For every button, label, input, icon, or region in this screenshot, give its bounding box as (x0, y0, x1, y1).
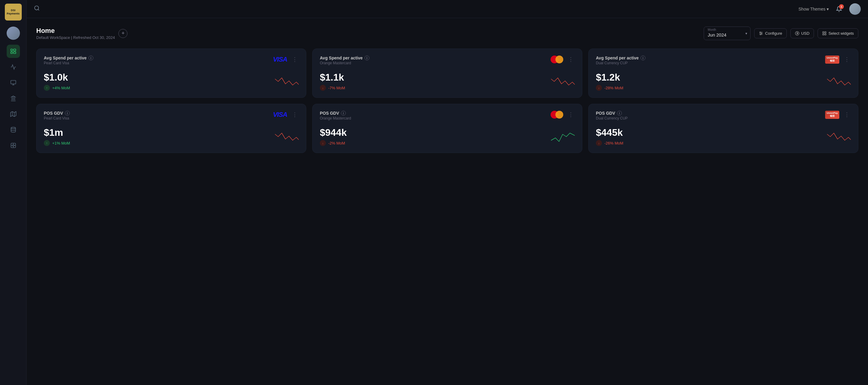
page-title: Home (36, 27, 115, 35)
svg-point-23 (35, 6, 39, 10)
sidebar-item-database[interactable] (7, 123, 20, 136)
svg-point-30 (760, 34, 761, 35)
card-menu-button[interactable]: ⋮ (291, 56, 299, 63)
card-value: $1.1k (320, 72, 345, 83)
mom-icon: ↓ (320, 140, 326, 146)
svg-point-29 (762, 33, 762, 34)
usd-button[interactable]: USD (790, 28, 814, 38)
card-body: $944k ↓ -2% MoM (320, 127, 575, 146)
sidebar-avatar[interactable] (7, 27, 20, 40)
svg-rect-4 (10, 80, 16, 84)
card-meta: ↓ -2% MoM (320, 140, 347, 146)
add-widget-button[interactable]: + (118, 29, 127, 38)
card-brand-logo (551, 56, 563, 63)
svg-marker-12 (11, 96, 15, 97)
card-title: Avg Spend per active i (596, 56, 822, 60)
mastercard-logo (551, 111, 563, 118)
card-subtitle: Pearl Card Visa (44, 61, 270, 65)
chevron-down-icon: ▾ (745, 31, 747, 36)
show-themes-button[interactable]: Show Themes ▾ (799, 7, 829, 11)
notification-count: 1 (839, 4, 844, 9)
unionpay-logo: UnionPay银联 (825, 56, 839, 64)
topbar: Show Themes ▾ 1 (27, 0, 868, 18)
configure-button[interactable]: Configure (754, 28, 786, 38)
card-header: POS GDV i Pearl Card Visa VISA ⋮ (44, 111, 299, 120)
mom-value: -7% MoM (328, 86, 345, 90)
mom-value: +1% MoM (52, 141, 70, 145)
info-icon[interactable]: i (617, 111, 622, 115)
month-selector[interactable]: Month Jun 2024 ▾ (704, 27, 750, 40)
card-title: POS GDV i (320, 111, 547, 115)
page-header: Home Default WorkSpace | Refreshed Oct 3… (36, 27, 858, 40)
card-menu-button[interactable]: ⋮ (567, 111, 575, 118)
mom-value: -28% MoM (604, 86, 623, 90)
svg-marker-13 (10, 112, 16, 117)
svg-rect-33 (823, 32, 824, 33)
info-icon[interactable]: i (341, 111, 346, 115)
card-meta: ↓ -26% MoM (596, 140, 623, 146)
topbar-right: Show Themes ▾ 1 (799, 3, 861, 15)
card-header: Avg Spend per active i Pearl Card Visa V… (44, 56, 299, 65)
svg-rect-3 (13, 52, 16, 54)
svg-point-18 (12, 145, 14, 146)
select-widgets-button[interactable]: Select widgets (817, 28, 858, 38)
card-value: $1.2k (596, 72, 623, 83)
mom-value: -2% MoM (328, 141, 345, 145)
info-icon[interactable]: i (641, 56, 645, 60)
svg-rect-36 (825, 34, 826, 35)
sidebar-item-ai[interactable] (7, 139, 20, 152)
svg-line-24 (38, 9, 39, 10)
card-menu-button[interactable]: ⋮ (567, 56, 575, 63)
sparkline (551, 131, 575, 143)
app-logo[interactable]: DSI Payments (5, 4, 22, 21)
sidebar-item-bank[interactable] (7, 92, 20, 105)
visa-logo: VISA (273, 111, 287, 118)
card-title: POS GDV i (596, 111, 822, 115)
card-title-group: POS GDV i Pearl Card Visa (44, 111, 270, 120)
svg-rect-35 (823, 34, 824, 35)
card-pos-visa: POS GDV i Pearl Card Visa VISA ⋮ $1m ↑ +… (36, 104, 306, 153)
content-area: Home Default WorkSpace | Refreshed Oct 3… (27, 18, 868, 385)
info-icon[interactable]: i (365, 56, 369, 60)
mom-icon: ↑ (44, 140, 50, 146)
notification-bell[interactable]: 1 (834, 4, 844, 14)
card-title-group: POS GDV i Orange Mastercard (320, 111, 547, 120)
card-title: POS GDV i (44, 111, 270, 115)
cards-grid: Avg Spend per active i Pearl Card Visa V… (36, 48, 858, 153)
sparkline (827, 131, 851, 143)
card-menu-button[interactable]: ⋮ (843, 56, 851, 63)
card-body: $1.2k ↓ -28% MoM (596, 72, 851, 91)
card-value: $944k (320, 127, 347, 138)
card-brand-logo (551, 111, 563, 118)
card-title-group: POS GDV i Dual Currency CUP (596, 111, 822, 120)
card-header: POS GDV i Orange Mastercard ⋮ (320, 111, 575, 120)
search-icon[interactable] (34, 5, 40, 13)
sidebar-item-map[interactable] (7, 107, 20, 121)
card-meta: ↑ +1% MoM (44, 140, 70, 146)
sparkline (551, 75, 575, 88)
card-menu-button[interactable]: ⋮ (843, 111, 851, 118)
topbar-left (34, 5, 40, 13)
sparkline (275, 131, 299, 143)
card-subtitle: Dual Currency CUP (596, 116, 822, 120)
info-icon[interactable]: i (89, 56, 93, 60)
sidebar-item-monitor[interactable] (7, 76, 20, 89)
visa-logo: VISA (273, 56, 287, 63)
card-title-group: Avg Spend per active i Pearl Card Visa (44, 56, 270, 65)
card-menu-button[interactable]: ⋮ (291, 111, 299, 118)
user-avatar[interactable] (849, 3, 861, 15)
mom-icon: ↓ (596, 85, 602, 91)
mom-icon: ↓ (320, 85, 326, 91)
info-icon[interactable]: i (65, 111, 70, 115)
card-avg-cup: Avg Spend per active i Dual Currency CUP… (588, 48, 858, 98)
sidebar-item-home[interactable] (7, 45, 20, 58)
sidebar-item-analytics[interactable] (7, 60, 20, 74)
card-title: Avg Spend per active i (44, 56, 270, 60)
card-title-group: Avg Spend per active i Orange Mastercard (320, 56, 547, 65)
sparkline (827, 75, 851, 88)
card-body: $1.1k ↓ -7% MoM (320, 72, 575, 91)
mastercard-logo (551, 56, 563, 63)
mom-icon: ↓ (596, 140, 602, 146)
card-meta: ↓ -28% MoM (596, 85, 623, 91)
svg-point-16 (11, 127, 16, 129)
